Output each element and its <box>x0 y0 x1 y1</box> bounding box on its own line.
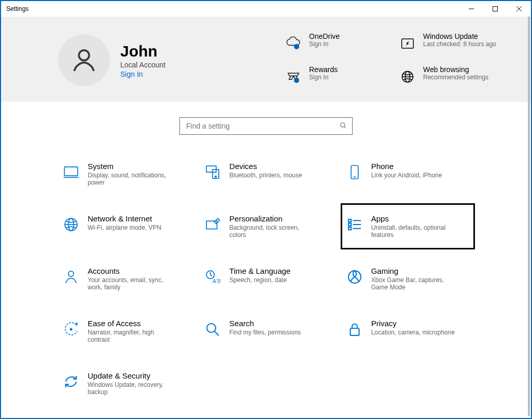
profile-signin-link[interactable]: Sign In <box>120 70 165 78</box>
category-title: System <box>88 162 176 171</box>
header-link-sub: Last checked: 8 hours ago <box>423 40 496 48</box>
category-title: Personalization <box>229 214 317 223</box>
category-time-language[interactable]: A字Time & LanguageSpeech, region, date <box>200 264 331 293</box>
svg-point-4 <box>79 50 89 61</box>
category-devices[interactable]: DevicesBluetooth, printers, mouse <box>200 160 331 188</box>
search-icon <box>340 122 347 131</box>
svg-point-11 <box>341 122 345 127</box>
svg-rect-28 <box>348 227 351 230</box>
category-title: Privacy <box>371 319 455 328</box>
svg-rect-13 <box>64 167 78 176</box>
header-link-sub: Sign In <box>309 40 340 48</box>
category-phone[interactable]: PhoneLink your Android, iPhone <box>342 160 473 188</box>
header-quick-links: OneDriveSign InWindows UpdateLast checke… <box>282 32 500 88</box>
category-network[interactable]: Network & InternetWi-Fi, airplane mode, … <box>59 212 190 241</box>
category-title: Phone <box>371 162 442 171</box>
category-system[interactable]: SystemDisplay, sound, notifications, pow… <box>59 160 190 188</box>
svg-text:A字: A字 <box>213 278 221 284</box>
category-sub: Bluetooth, printers, mouse <box>229 172 302 179</box>
maximize-button[interactable] <box>483 1 507 17</box>
profile-account-type: Local Account <box>120 61 165 69</box>
system-icon <box>61 162 81 183</box>
category-sub: Speech, region, date <box>229 276 290 284</box>
category-sub: Narrator, magnifier, high contrast <box>88 329 176 343</box>
category-sub: Find my files, permissions <box>229 329 301 336</box>
svg-rect-23 <box>206 221 217 229</box>
settings-window: Settings John Local Account Sign <box>0 0 532 419</box>
onedrive-icon <box>282 32 305 55</box>
search-input[interactable] <box>185 121 340 131</box>
ease-of-access-icon <box>61 319 81 340</box>
svg-point-34 <box>70 328 72 330</box>
scrollbar[interactable] <box>528 17 530 416</box>
svg-rect-1 <box>493 7 498 11</box>
category-sub: Wi-Fi, airplane mode, VPN <box>88 224 161 231</box>
category-title: Devices <box>229 162 302 171</box>
svg-point-17 <box>215 176 217 177</box>
category-gaming[interactable]: GamingXbox Game Bar, captures, Game Mode <box>342 264 473 293</box>
category-privacy[interactable]: PrivacyLocation, camera, microphone <box>342 317 473 345</box>
category-title: Gaming <box>371 267 459 275</box>
window-title: Settings <box>6 5 29 12</box>
svg-rect-15 <box>206 166 216 172</box>
web-browsing-icon <box>396 65 419 88</box>
rewards-icon <box>282 65 305 88</box>
network-icon <box>61 214 81 235</box>
category-title: Accounts <box>88 267 176 275</box>
settings-content: SystemDisplay, sound, notifications, pow… <box>1 102 531 418</box>
category-title: Apps <box>371 214 459 223</box>
header-link-title: Web browsing <box>423 65 488 74</box>
search-box[interactable] <box>179 117 353 135</box>
header-link-windows-update[interactable]: Windows UpdateLast checked: 8 hours ago <box>396 32 500 55</box>
category-sub: Display, sound, notifications, power <box>88 172 176 186</box>
category-sub: Xbox Game Bar, captures, Game Mode <box>371 276 459 291</box>
category-accounts[interactable]: AccountsYour accounts, email, sync, work… <box>59 264 190 293</box>
header-link-sub: Recommended settings <box>423 74 488 81</box>
category-apps[interactable]: AppsUninstall, defaults, optional featur… <box>342 205 473 248</box>
svg-point-35 <box>207 324 216 332</box>
apps-icon <box>344 214 365 235</box>
header-link-sub: Sign In <box>309 74 338 81</box>
category-update-security[interactable]: Update & SecurityWindows Update, recover… <box>59 369 190 398</box>
update-security-icon <box>61 371 81 392</box>
category-title: Update & Security <box>88 371 176 380</box>
category-sub: Background, lock screen, colors <box>229 224 317 239</box>
svg-point-30 <box>68 271 74 276</box>
windows-update-icon <box>396 32 419 55</box>
profile-name: John <box>120 43 165 60</box>
titlebar-buttons <box>459 1 531 17</box>
categories-grid: SystemDisplay, sound, notifications, pow… <box>59 160 473 398</box>
minimize-button[interactable] <box>459 1 483 17</box>
category-title: Network & Internet <box>88 214 161 223</box>
header-link-web-browsing[interactable]: Web browsingRecommended settings <box>396 65 500 88</box>
close-button[interactable] <box>507 1 531 17</box>
header-link-title: OneDrive <box>309 32 340 40</box>
svg-rect-24 <box>348 219 351 222</box>
svg-point-5 <box>294 44 299 49</box>
category-title: Search <box>229 319 301 328</box>
svg-line-36 <box>215 331 219 336</box>
category-title: Ease of Access <box>88 319 176 328</box>
category-search[interactable]: SearchFind my files, permissions <box>200 317 331 345</box>
category-sub: Link your Android, iPhone <box>371 172 442 179</box>
header-link-onedrive[interactable]: OneDriveSign In <box>282 32 386 55</box>
svg-point-7 <box>294 78 299 83</box>
header-link-rewards[interactable]: RewardsSign In <box>282 65 386 88</box>
time-language-icon: A字 <box>202 267 223 287</box>
category-personalization[interactable]: PersonalizationBackground, lock screen, … <box>200 212 331 241</box>
category-sub: Windows Update, recovery, backup <box>88 381 176 396</box>
phone-icon <box>344 162 365 183</box>
category-ease-of-access[interactable]: Ease of AccessNarrator, magnifier, high … <box>59 317 190 345</box>
accounts-icon <box>61 267 81 287</box>
category-sub: Location, camera, microphone <box>371 329 455 336</box>
profile-block[interactable]: John Local Account Sign In <box>58 32 165 88</box>
header-link-title: Rewards <box>309 65 338 74</box>
header-link-title: Windows Update <box>423 32 496 40</box>
gaming-icon <box>344 267 365 287</box>
search-wrap <box>1 117 531 135</box>
svg-rect-26 <box>348 223 351 226</box>
devices-icon <box>202 162 223 183</box>
category-title: Time & Language <box>229 267 290 275</box>
svg-rect-37 <box>350 328 359 336</box>
titlebar: Settings <box>1 1 531 17</box>
